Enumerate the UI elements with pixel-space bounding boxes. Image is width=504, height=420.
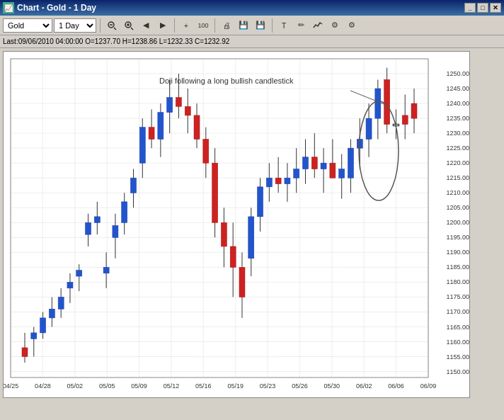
scroll-right-button[interactable]: ▶ [155, 18, 171, 33]
chart-inner[interactable] [3, 51, 470, 398]
scroll-left-button[interactable]: ◀ [138, 18, 154, 33]
zoom-in-button[interactable] [121, 18, 137, 33]
draw-tool-button[interactable]: ✏ [293, 18, 309, 33]
more-button[interactable]: ⚙ [344, 18, 360, 33]
close-button[interactable]: ✕ [490, 3, 501, 13]
toolbar-row1: Gold 1 Day 4 Hour 1 Hour ◀ ▶ + 100 🖨 💾 💾… [0, 16, 504, 35]
app-icon: 📈 [3, 2, 14, 13]
save2-button[interactable]: 💾 [253, 18, 268, 33]
toolbar-separator4 [272, 18, 273, 33]
toolbar-separator2 [174, 18, 175, 33]
symbol-select[interactable]: Gold [3, 18, 52, 33]
settings-button[interactable]: ⚙ [327, 18, 343, 33]
indicator-button[interactable] [310, 18, 326, 33]
svg-line-4 [131, 28, 133, 30]
crosshair-button[interactable]: + [178, 18, 194, 33]
minimize-button[interactable]: _ [464, 3, 476, 13]
svg-line-1 [114, 28, 116, 30]
status-bar: Last:09/06/2010 04:00:00 O=1237.70 H=123… [0, 35, 504, 48]
title-bar: 📈 Chart - Gold - 1 Day _ □ ✕ [0, 0, 504, 16]
toolbar-separator3 [214, 18, 215, 33]
chart-container [0, 48, 504, 401]
text-tool-button[interactable]: T [276, 18, 292, 33]
status-text: Last:09/06/2010 04:00:00 O=1237.70 H=123… [3, 38, 229, 45]
print-button[interactable]: 🖨 [219, 18, 234, 33]
save-button[interactable]: 💾 [236, 18, 251, 33]
window-title: Chart - Gold - 1 Day [17, 3, 96, 13]
maximize-button[interactable]: □ [477, 3, 488, 13]
toolbar-separator [100, 18, 101, 33]
bar-count-button[interactable]: 100 [195, 18, 211, 33]
zoom-out-button[interactable] [104, 18, 120, 33]
timeframe-select[interactable]: 1 Day 4 Hour 1 Hour [54, 18, 96, 33]
